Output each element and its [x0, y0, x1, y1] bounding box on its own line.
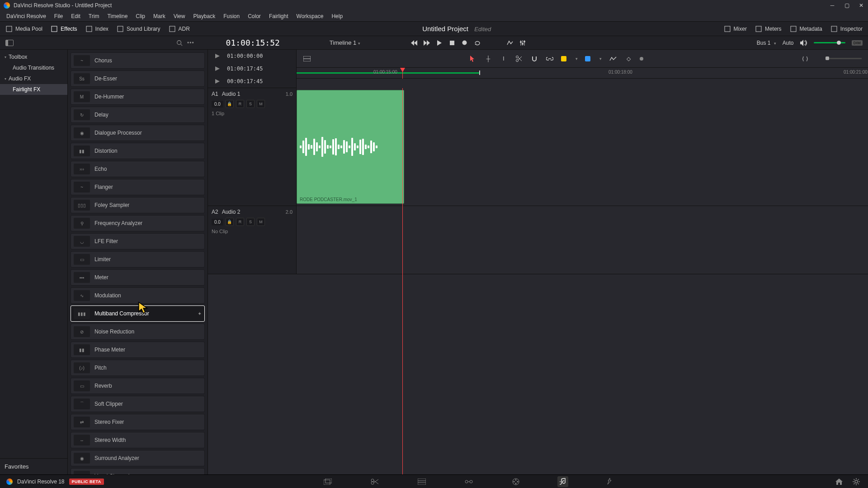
track-header[interactable]: A1Audio 11.00.0🔒RSM1 Clip [208, 88, 297, 206]
fx-item-dialogue-processor[interactable]: ◉Dialogue Processor [71, 125, 205, 141]
menu-mark[interactable]: Mark [150, 12, 169, 21]
tree-audio-transitions[interactable]: Audio Transitions [0, 62, 67, 73]
inspector-button[interactable]: Inspector [830, 25, 863, 33]
menu-timeline[interactable]: Timeline [104, 12, 131, 21]
adr-button[interactable]: ADR [169, 25, 190, 33]
track-lock-button[interactable]: 🔒 [226, 100, 234, 108]
sound-library-button[interactable]: Sound Library [117, 25, 160, 33]
track-level[interactable]: 0.0 [212, 219, 223, 225]
fx-item-vocal-channel[interactable]: ▮▮Vocal Channel [71, 468, 205, 474]
tree-audio-fx[interactable]: ▾Audio FX [0, 73, 67, 84]
menu-davinci-resolve[interactable]: DaVinci Resolve [3, 12, 50, 21]
auto-mode-label[interactable]: Auto [783, 40, 794, 46]
range-end-marker[interactable] [479, 70, 480, 75]
tree-fairlight-fx[interactable]: Fairlight FX [0, 84, 67, 95]
fx-item-noise-reduction[interactable]: ⊘Noise Reduction [71, 324, 205, 340]
playhead-line[interactable] [402, 88, 403, 474]
zoom-fit-icon[interactable]: ⟨ ⟩ [801, 55, 809, 63]
favorites-section[interactable]: Favorites [0, 458, 67, 474]
playhead[interactable] [402, 68, 403, 79]
fx-item-multiband-compressor[interactable]: ▮▮▮Multiband Compressor✦ [71, 305, 205, 322]
menu-clip[interactable]: Clip [132, 12, 149, 21]
track-lock-button[interactable]: 🔒 [226, 218, 234, 226]
edit-page-button[interactable] [416, 476, 427, 487]
media-pool-button[interactable]: Media Pool [5, 25, 42, 33]
keyframe-icon[interactable]: ◇ [624, 55, 632, 63]
track-level[interactable]: 0.0 [212, 101, 223, 108]
view-options-icon[interactable] [303, 55, 311, 63]
play-button[interactable] [436, 40, 443, 46]
menu-playback[interactable]: Playback [189, 12, 219, 21]
fx-item-limiter[interactable]: ▭Limiter [71, 251, 205, 267]
close-button[interactable]: ✕ [858, 2, 864, 9]
search-icon[interactable] [176, 40, 183, 46]
tree-toolbox[interactable]: ▾Toolbox [0, 52, 67, 62]
maximize-button[interactable]: ▢ [844, 2, 850, 9]
menu-trim[interactable]: Trim [85, 12, 103, 21]
menu-edit[interactable]: Edit [67, 12, 84, 21]
fx-item-foley-sampler[interactable]: ▯▯▯Foley Sampler [71, 197, 205, 213]
stop-button[interactable] [449, 40, 455, 46]
track-arm-button[interactable]: R [236, 100, 244, 108]
more-options-icon[interactable]: ••• [187, 40, 194, 46]
snap-icon[interactable] [530, 55, 538, 63]
track-name[interactable]: Audio 2 [222, 209, 241, 215]
fx-item-distortion[interactable]: ▮▮Distortion [71, 143, 205, 159]
fx-item-flanger[interactable]: ~Flanger [71, 179, 205, 195]
menu-fusion[interactable]: Fusion [220, 12, 243, 21]
effects-button[interactable]: Effects [51, 25, 77, 33]
record-button[interactable] [462, 40, 468, 46]
fast-forward-button[interactable] [424, 40, 430, 46]
fx-item-phase-meter[interactable]: ▮▮Phase Meter [71, 342, 205, 358]
fx-item-de-hummer[interactable]: MDe-Hummer [71, 89, 205, 105]
track-arm-button[interactable]: R [236, 218, 244, 226]
zoom-slider[interactable] [826, 58, 862, 59]
fx-item-chorus[interactable]: ~Chorus [71, 52, 205, 69]
speaker-icon[interactable] [800, 40, 807, 46]
track-lane[interactable] [297, 206, 868, 274]
cut-page-button[interactable] [369, 476, 380, 487]
mixer-settings-icon[interactable] [519, 40, 526, 46]
playhead-handle-icon[interactable] [400, 68, 405, 72]
track-mute-button[interactable]: M [257, 100, 265, 108]
flag-blue-icon[interactable] [585, 56, 590, 61]
menu-fairlight[interactable]: Fairlight [265, 12, 292, 21]
fx-item-soft-clipper[interactable]: ⌒Soft Clipper [71, 396, 205, 412]
marker-dot-icon[interactable] [640, 57, 643, 61]
menu-workspace[interactable]: Workspace [293, 12, 327, 21]
track-lane[interactable]: RODE PODCASTER.mov_1 [297, 88, 868, 206]
fx-item-frequency-analyzer[interactable]: ⚲Frequency Analyzer [71, 215, 205, 231]
fx-item-de-esser[interactable]: SsDe-Esser [71, 70, 205, 87]
fusion-page-button[interactable] [463, 476, 474, 487]
audio-clip[interactable]: RODE PODCASTER.mov_1 [297, 90, 404, 204]
fx-item-lfe-filter[interactable]: ◡LFE Filter [71, 233, 205, 249]
menu-view[interactable]: View [170, 12, 189, 21]
meters-button[interactable]: Meters [755, 25, 782, 33]
chevron-down-icon[interactable]: ▾ [599, 56, 602, 61]
media-page-button[interactable] [322, 476, 333, 487]
panel-layout-icon[interactable] [5, 40, 14, 46]
project-settings-button[interactable] [851, 476, 862, 487]
range-tool-icon[interactable]: ┼ [484, 55, 492, 63]
track-mute-button[interactable]: M [257, 218, 265, 226]
rewind-button[interactable] [411, 40, 417, 46]
menu-file[interactable]: File [51, 12, 66, 21]
fx-item-pitch[interactable]: (♪)Pitch [71, 360, 205, 376]
favorite-star-icon[interactable]: ✦ [198, 311, 202, 317]
dim-button[interactable]: DIM [852, 40, 863, 46]
fairlight-page-button[interactable] [557, 476, 568, 487]
timeline-selector[interactable]: Timeline 1▾ [330, 39, 360, 46]
selection-tool-icon[interactable] [469, 55, 477, 63]
fx-item-meter[interactable]: ▪▪▪Meter [71, 269, 205, 286]
automation-mode-icon[interactable] [507, 40, 513, 46]
home-button[interactable] [834, 476, 844, 487]
track-header[interactable]: A2Audio 22.00.0🔒RSMNo Clip [208, 206, 297, 274]
fx-item-stereo-fixer[interactable]: ⇄Stereo Fixer [71, 414, 205, 430]
track-name[interactable]: Audio 1 [222, 91, 241, 97]
timeline-ruler[interactable]: 01:00:15:0001:00:18:0001:00:21:0001:00:2… [297, 68, 868, 79]
metadata-button[interactable]: Metadata [790, 25, 822, 33]
automation-icon[interactable] [609, 55, 617, 63]
razor-tool-icon[interactable] [515, 55, 523, 63]
flag-yellow-icon[interactable] [561, 56, 566, 61]
menu-help[interactable]: Help [328, 12, 346, 21]
